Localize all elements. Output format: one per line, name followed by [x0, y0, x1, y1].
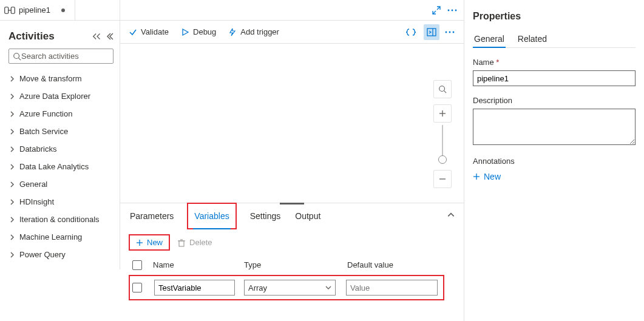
chevron-right-icon — [8, 93, 16, 100]
panel-icon — [427, 28, 436, 36]
delete-variable-button: Delete — [177, 238, 212, 247]
debug-label: Debug — [193, 27, 216, 36]
prop-tab-related[interactable]: Related — [517, 30, 548, 47]
tab-title-text: pipeline1 — [19, 5, 50, 15]
braces-icon — [406, 28, 416, 36]
sidebar-item-data-lake-analytics[interactable]: Data Lake Analytics — [6, 158, 116, 175]
sidebar-item-general[interactable]: General — [6, 175, 116, 193]
svg-point-3 — [14, 53, 19, 58]
expand-icon[interactable] — [432, 6, 441, 15]
trash-icon — [177, 238, 186, 247]
svg-point-16 — [439, 86, 445, 92]
search-activities-wrap[interactable] — [8, 49, 114, 64]
svg-line-6 — [433, 11, 436, 14]
annotations-label: Annotations — [473, 157, 636, 166]
zoom-thumb[interactable] — [438, 155, 447, 164]
check-icon — [129, 28, 137, 36]
svg-line-5 — [437, 7, 440, 10]
chevron-right-icon — [8, 234, 16, 241]
more-icon[interactable] — [447, 6, 458, 15]
svg-point-7 — [448, 9, 450, 11]
name-label: Name * — [473, 58, 636, 67]
variable-name-input[interactable] — [154, 280, 235, 296]
sidebar-item-label: Databricks — [19, 144, 56, 154]
activities-heading: Activities — [8, 30, 55, 42]
anno-new-label: New — [484, 172, 501, 181]
chevron-down-icon — [325, 285, 331, 291]
properties-title: Properties — [473, 11, 636, 22]
chevron-right-icon — [8, 251, 16, 258]
sidebar-item-azure-data-explorer[interactable]: Azure Data Explorer — [6, 87, 116, 105]
variable-type-select[interactable]: Array — [244, 280, 336, 296]
col-type: Type — [244, 260, 347, 270]
default-value-input[interactable] — [346, 280, 438, 296]
prop-tab-general[interactable]: General — [473, 30, 506, 47]
add-trigger-button[interactable]: Add trigger — [228, 27, 279, 36]
collapse-panel-button[interactable] — [447, 211, 455, 221]
pipeline-canvas[interactable] — [120, 44, 464, 203]
chevron-right-icon — [8, 216, 16, 223]
description-field[interactable] — [473, 109, 636, 145]
plus-icon — [439, 110, 446, 117]
trigger-icon — [228, 28, 237, 36]
tab-settings[interactable]: Settings — [249, 206, 282, 226]
sidebar-item-label: Azure Function — [19, 109, 72, 118]
sidebar-item-power-query[interactable]: Power Query — [6, 246, 116, 263]
chevron-right-icon — [8, 181, 16, 188]
plus-icon — [136, 239, 143, 246]
sidebar-item-label: HDInsight — [19, 197, 54, 206]
description-label: Description — [473, 96, 636, 105]
chevron-right-icon — [8, 128, 16, 135]
svg-marker-10 — [183, 29, 188, 35]
properties-toggle-button[interactable] — [424, 24, 439, 40]
chevron-right-icon — [8, 198, 16, 206]
new-annotation-button[interactable]: New — [473, 172, 501, 181]
chevrons-collapse-icon — [105, 32, 114, 41]
new-label: New — [147, 238, 163, 247]
select-all-checkbox[interactable] — [132, 260, 142, 270]
tab-variables[interactable]: Variables — [193, 206, 230, 226]
tab-parameters[interactable]: Parameters — [129, 206, 175, 226]
table-row: Array — [132, 280, 441, 296]
pipeline-tab[interactable]: pipeline1 — [0, 0, 75, 21]
sidebar-item-label: General — [19, 180, 47, 189]
play-icon — [181, 28, 189, 36]
sidebar-item-machine-learning[interactable]: Machine Learning — [6, 228, 116, 246]
zoom-in-button[interactable] — [433, 104, 452, 123]
debug-button[interactable]: Debug — [181, 27, 216, 36]
svg-point-13 — [446, 31, 447, 33]
fit-to-screen-button[interactable] — [433, 80, 452, 98]
row-checkbox[interactable] — [132, 283, 142, 292]
svg-line-4 — [19, 58, 21, 60]
unsaved-dot-icon — [61, 8, 65, 12]
type-value: Array — [248, 283, 267, 292]
resize-handle[interactable] — [280, 203, 304, 204]
chevron-up-icon — [447, 211, 455, 219]
zoom-out-button[interactable] — [433, 170, 452, 188]
col-name: Name — [153, 260, 244, 270]
sidebar-item-databricks[interactable]: Databricks — [6, 140, 116, 158]
tab-output[interactable]: Output — [294, 206, 322, 226]
sidebar-item-label: Power Query — [19, 250, 66, 259]
sidebar-item-azure-function[interactable]: Azure Function — [6, 105, 116, 123]
search-icon — [438, 85, 447, 93]
more-icon[interactable] — [444, 28, 455, 36]
svg-point-9 — [455, 9, 457, 11]
sidebar-item-hdinsight[interactable]: HDInsight — [6, 193, 116, 211]
sidebar-item-label: Iteration & conditionals — [19, 215, 100, 224]
svg-point-15 — [453, 31, 455, 33]
delete-label: Delete — [189, 238, 212, 247]
zoom-slider[interactable] — [442, 125, 443, 161]
collapse-activities[interactable] — [92, 32, 114, 41]
search-input[interactable] — [21, 52, 123, 61]
sidebar-item-batch-service[interactable]: Batch Service — [6, 123, 116, 140]
svg-point-8 — [452, 9, 453, 11]
code-view-button[interactable] — [403, 24, 419, 40]
sidebar-item-label: Data Lake Analytics — [19, 162, 89, 171]
validate-button[interactable]: Validate — [129, 27, 169, 36]
name-field[interactable] — [473, 70, 636, 86]
sidebar-item-move-transform[interactable]: Move & transform — [6, 70, 116, 87]
sidebar-item-iteration-conditionals[interactable]: Iteration & conditionals — [6, 211, 116, 228]
new-variable-button[interactable]: New — [129, 234, 170, 251]
chevron-right-icon — [8, 75, 16, 83]
